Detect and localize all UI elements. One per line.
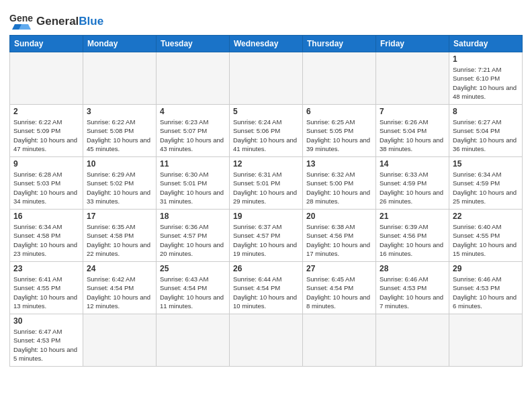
day-number: 29 bbox=[453, 264, 519, 273]
day-cell bbox=[83, 52, 157, 105]
header: General GeneralBlue bbox=[9, 7, 523, 30]
day-number: 28 bbox=[380, 264, 445, 273]
logo-icon: General bbox=[9, 11, 34, 30]
logo: General GeneralBlue bbox=[9, 11, 103, 30]
day-number: 21 bbox=[380, 212, 445, 221]
day-cell: 11Sunrise: 6:30 AM Sunset: 5:01 PM Dayli… bbox=[157, 157, 230, 210]
day-cell: 13Sunrise: 6:32 AM Sunset: 5:00 PM Dayli… bbox=[303, 157, 376, 210]
day-number: 7 bbox=[380, 107, 445, 116]
day-number: 20 bbox=[306, 212, 372, 221]
day-cell bbox=[157, 52, 230, 105]
day-number: 3 bbox=[87, 107, 152, 116]
day-cell bbox=[83, 314, 157, 367]
day-info: Sunrise: 6:22 AM Sunset: 5:08 PM Dayligh… bbox=[87, 118, 152, 153]
day-cell: 8Sunrise: 6:27 AM Sunset: 5:04 PM Daylig… bbox=[449, 105, 523, 157]
day-number: 10 bbox=[87, 159, 152, 169]
day-number: 17 bbox=[87, 212, 152, 221]
day-cell bbox=[449, 314, 523, 367]
week-row-2: 9Sunrise: 6:28 AM Sunset: 5:03 PM Daylig… bbox=[10, 157, 523, 210]
day-cell: 3Sunrise: 6:22 AM Sunset: 5:08 PM Daylig… bbox=[83, 105, 157, 157]
week-row-3: 16Sunrise: 6:34 AM Sunset: 4:58 PM Dayli… bbox=[10, 210, 523, 262]
day-cell: 1Sunrise: 7:21 AM Sunset: 6:10 PM Daylig… bbox=[449, 52, 523, 105]
day-cell: 27Sunrise: 6:45 AM Sunset: 4:54 PM Dayli… bbox=[303, 262, 376, 314]
weekday-friday: Friday bbox=[376, 36, 449, 52]
day-cell: 10Sunrise: 6:29 AM Sunset: 5:02 PM Dayli… bbox=[83, 157, 157, 210]
day-cell: 2Sunrise: 6:22 AM Sunset: 5:09 PM Daylig… bbox=[10, 105, 83, 157]
day-info: Sunrise: 6:40 AM Sunset: 4:55 PM Dayligh… bbox=[453, 222, 519, 258]
day-info: Sunrise: 6:46 AM Sunset: 4:53 PM Dayligh… bbox=[380, 275, 445, 310]
day-number: 6 bbox=[306, 107, 372, 116]
day-number: 12 bbox=[233, 159, 299, 169]
day-cell: 7Sunrise: 6:26 AM Sunset: 5:04 PM Daylig… bbox=[376, 105, 449, 157]
weekday-tuesday: Tuesday bbox=[157, 36, 230, 52]
day-cell: 30Sunrise: 6:47 AM Sunset: 4:53 PM Dayli… bbox=[10, 314, 83, 367]
day-cell: 24Sunrise: 6:42 AM Sunset: 4:54 PM Dayli… bbox=[83, 262, 157, 314]
day-cell: 20Sunrise: 6:38 AM Sunset: 4:56 PM Dayli… bbox=[303, 210, 376, 262]
day-info: Sunrise: 6:45 AM Sunset: 4:54 PM Dayligh… bbox=[306, 275, 372, 310]
day-cell bbox=[303, 52, 376, 105]
day-cell: 19Sunrise: 6:37 AM Sunset: 4:57 PM Dayli… bbox=[230, 210, 303, 262]
day-info: Sunrise: 6:34 AM Sunset: 4:59 PM Dayligh… bbox=[453, 170, 519, 205]
day-info: Sunrise: 6:32 AM Sunset: 5:00 PM Dayligh… bbox=[306, 170, 372, 205]
day-number: 11 bbox=[160, 159, 226, 169]
day-info: Sunrise: 6:24 AM Sunset: 5:06 PM Dayligh… bbox=[233, 118, 299, 153]
day-cell: 22Sunrise: 6:40 AM Sunset: 4:55 PM Dayli… bbox=[449, 210, 523, 262]
day-number: 9 bbox=[13, 159, 79, 169]
day-number: 18 bbox=[160, 212, 226, 221]
day-cell bbox=[230, 314, 303, 367]
svg-text:General: General bbox=[9, 13, 34, 24]
week-row-0: 1Sunrise: 7:21 AM Sunset: 6:10 PM Daylig… bbox=[10, 52, 523, 105]
day-info: Sunrise: 6:31 AM Sunset: 5:01 PM Dayligh… bbox=[233, 170, 299, 205]
day-cell: 17Sunrise: 6:35 AM Sunset: 4:58 PM Dayli… bbox=[83, 210, 157, 262]
day-info: Sunrise: 6:37 AM Sunset: 4:57 PM Dayligh… bbox=[233, 222, 299, 258]
day-number: 8 bbox=[453, 107, 519, 116]
day-cell bbox=[376, 314, 449, 367]
day-number: 4 bbox=[160, 107, 226, 116]
day-cell: 16Sunrise: 6:34 AM Sunset: 4:58 PM Dayli… bbox=[10, 210, 83, 262]
day-number: 16 bbox=[13, 212, 79, 221]
day-info: Sunrise: 6:46 AM Sunset: 4:53 PM Dayligh… bbox=[453, 275, 519, 310]
day-info: Sunrise: 6:25 AM Sunset: 5:05 PM Dayligh… bbox=[306, 118, 372, 153]
day-cell: 12Sunrise: 6:31 AM Sunset: 5:01 PM Dayli… bbox=[230, 157, 303, 210]
day-info: Sunrise: 6:44 AM Sunset: 4:54 PM Dayligh… bbox=[233, 275, 299, 310]
day-info: Sunrise: 6:38 AM Sunset: 4:56 PM Dayligh… bbox=[306, 222, 372, 258]
day-cell: 29Sunrise: 6:46 AM Sunset: 4:53 PM Dayli… bbox=[449, 262, 523, 314]
day-cell bbox=[303, 314, 376, 367]
day-info: Sunrise: 6:43 AM Sunset: 4:54 PM Dayligh… bbox=[160, 275, 226, 310]
day-cell bbox=[230, 52, 303, 105]
day-number: 24 bbox=[87, 264, 152, 273]
day-info: Sunrise: 6:26 AM Sunset: 5:04 PM Dayligh… bbox=[380, 118, 445, 153]
day-info: Sunrise: 6:33 AM Sunset: 4:59 PM Dayligh… bbox=[380, 170, 445, 205]
day-info: Sunrise: 6:36 AM Sunset: 4:57 PM Dayligh… bbox=[160, 222, 226, 258]
week-row-4: 23Sunrise: 6:41 AM Sunset: 4:55 PM Dayli… bbox=[10, 262, 523, 314]
weekday-saturday: Saturday bbox=[449, 36, 523, 52]
day-info: Sunrise: 6:47 AM Sunset: 4:53 PM Dayligh… bbox=[13, 327, 79, 363]
day-number: 22 bbox=[453, 212, 519, 221]
day-info: Sunrise: 6:28 AM Sunset: 5:03 PM Dayligh… bbox=[13, 170, 79, 205]
day-number: 13 bbox=[306, 159, 372, 169]
day-info: Sunrise: 6:23 AM Sunset: 5:07 PM Dayligh… bbox=[160, 118, 226, 153]
day-cell bbox=[376, 52, 449, 105]
day-number: 19 bbox=[233, 212, 299, 221]
day-cell: 6Sunrise: 6:25 AM Sunset: 5:05 PM Daylig… bbox=[303, 105, 376, 157]
day-info: Sunrise: 6:41 AM Sunset: 4:55 PM Dayligh… bbox=[13, 275, 79, 310]
logo-text: GeneralBlue bbox=[36, 15, 103, 27]
day-cell: 14Sunrise: 6:33 AM Sunset: 4:59 PM Dayli… bbox=[376, 157, 449, 210]
weekday-monday: Monday bbox=[83, 36, 157, 52]
day-cell: 23Sunrise: 6:41 AM Sunset: 4:55 PM Dayli… bbox=[10, 262, 83, 314]
day-info: Sunrise: 6:27 AM Sunset: 5:04 PM Dayligh… bbox=[453, 118, 519, 153]
day-cell: 18Sunrise: 6:36 AM Sunset: 4:57 PM Dayli… bbox=[157, 210, 230, 262]
weekday-sunday: Sunday bbox=[10, 36, 83, 52]
week-row-5: 30Sunrise: 6:47 AM Sunset: 4:53 PM Dayli… bbox=[10, 314, 523, 367]
day-info: Sunrise: 6:42 AM Sunset: 4:54 PM Dayligh… bbox=[87, 275, 152, 310]
day-cell: 15Sunrise: 6:34 AM Sunset: 4:59 PM Dayli… bbox=[449, 157, 523, 210]
day-number: 1 bbox=[453, 54, 519, 64]
day-cell: 9Sunrise: 6:28 AM Sunset: 5:03 PM Daylig… bbox=[10, 157, 83, 210]
day-info: Sunrise: 6:39 AM Sunset: 4:56 PM Dayligh… bbox=[380, 222, 445, 258]
weekday-wednesday: Wednesday bbox=[230, 36, 303, 52]
day-number: 5 bbox=[233, 107, 299, 116]
day-info: Sunrise: 6:22 AM Sunset: 5:09 PM Dayligh… bbox=[13, 118, 79, 153]
calendar-table: SundayMondayTuesdayWednesdayThursdayFrid… bbox=[9, 35, 523, 367]
day-cell: 4Sunrise: 6:23 AM Sunset: 5:07 PM Daylig… bbox=[157, 105, 230, 157]
day-number: 25 bbox=[160, 264, 226, 273]
